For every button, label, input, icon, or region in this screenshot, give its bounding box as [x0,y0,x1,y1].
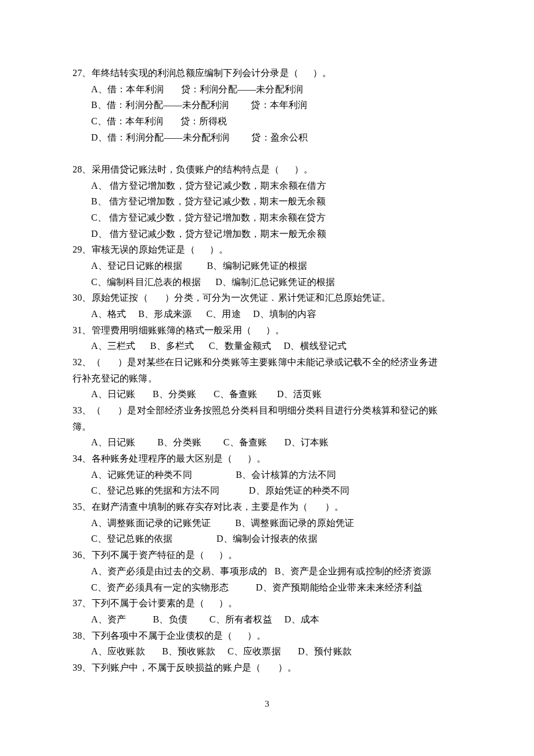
q36-l2: C、资产必须具有一定的实物形态 D、资产预期能给企业带来未来经济利益 [73,579,461,596]
q28-stem: 28、采用借贷记账法时，负债账户的结构特点是（ ）。 [73,161,461,178]
q29-stem: 29、审核无误的原始凭证是（ ）。 [73,242,461,258]
q34-l2: C、登记总账的凭据和方法不同 D、原始凭证的种类不同 [73,483,461,499]
page-number: 3 [0,697,534,712]
q30-stem: 30、原始凭证按（ ）分类，可分为一次凭证．累计凭证和汇总原始凭证。 [73,290,461,306]
q28-a: A、 借方登记增加数，贷方登记减少数，期末余额在借方 [73,178,461,194]
q36-stem: 36、下列不属于资产特征的是（ ）。 [73,547,461,563]
q27-stem: 27、年终结转实现的利润总额应编制下列会计分录是（ ）。 [73,65,461,81]
q38-opts: A、应收账款 B、预收账款 C、应收票据 D、预付账款 [73,643,461,660]
q35-l2: C、登记总账的依据 D、编制会计报表的依据 [73,531,461,547]
q37-stem: 37、下列不属于会计要素的是（ ）。 [73,595,461,611]
q32-opts: A、日记账 B、分类账 C、备查账 D、活页账 [73,386,461,402]
q36-l1: A、资产必须是由过去的交易、事项形成的 B、资产是企业拥有或控制的经济资源 [73,563,461,579]
q30-opts: A、格式 B、形成来源 C、用途 D、填制的内容 [73,306,461,322]
q28-d: D、 借方登记减少数，贷方登记增加数，期末一般无余额 [73,226,461,242]
q32-stem2: 行补充登记的账簿。 [73,370,461,387]
q28-b: B、 借方登记增加数，贷方登记减少数，期末一般无余额 [73,193,461,210]
q33-stem2: 簿。 [73,419,461,435]
q37-opts: A、资产 B、负债 C、所有者权益 D、成本 [73,611,461,628]
q29-l2: C、编制科目汇总表的根据 D、编制汇总记账凭证的根据 [73,274,461,290]
q27-b: B、借：利润分配——未分配利润 贷：本年利润 [73,97,461,113]
q39-stem: 39、下列账户中，不属于反映损益的账户是（ ）。 [73,660,461,676]
q35-l1: A、调整账面记录的记账凭证 B、调整账面记录的原始凭证 [73,515,461,531]
q27-a: A、借：本年利润 贷：利润分配——未分配利润 [73,81,461,98]
q31-stem: 31、管理费用明细账账簿的格式一般采用（ ）。 [73,322,461,339]
q27-d: D、借：利润分配——未分配利润 贷：盈余公积 [73,129,461,146]
q27-c: C、借：本年利润 贷：所得税 [73,113,461,129]
q28-c: C、 借方登记减少数，贷方登记增加数，期末余额在贷方 [73,210,461,226]
q33-stem1: 33、（ ）是对全部经济业务按照总分类科目和明细分类科目进行分类核算和登记的账 [73,402,461,419]
q31-opts: A、三栏式 B、多栏式 C、数量金额式 D、横线登记式 [73,338,461,354]
q38-stem: 38、下列各项中不属于企业债权的是（ ）。 [73,628,461,644]
q33-opts: A、日记账 B、分类账 C、备查账 D、订本账 [73,434,461,451]
q32-stem1: 32、（ ）是对某些在日记账和分类账等主要账簿中未能记录或记载不全的经济业务进 [73,354,461,370]
q35-stem: 35、在财产清查中填制的账存实存对比表，主要是作为（ ）。 [73,499,461,515]
q34-l1: A、记账凭证的种类不同 B、会计核算的方法不同 [73,467,461,483]
q34-stem: 34、各种账务处理程序的最大区别是（ ）。 [73,451,461,467]
blank-line [73,145,461,161]
q29-l1: A、登记日记账的根据 B、编制记账凭证的根据 [73,258,461,274]
